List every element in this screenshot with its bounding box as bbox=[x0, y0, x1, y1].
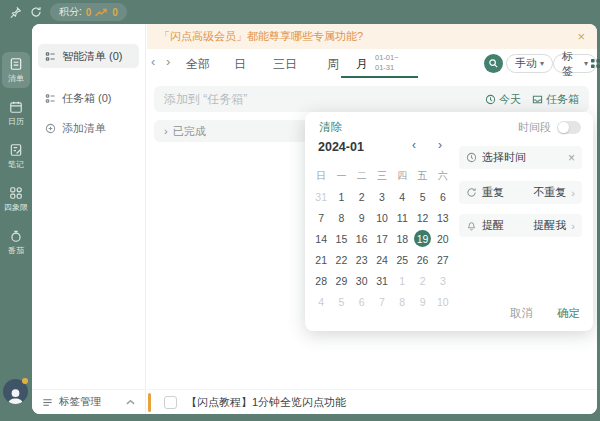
tag-manage-row[interactable]: 标签管理 bbox=[32, 389, 145, 414]
calendar-day[interactable]: 14 bbox=[311, 228, 331, 249]
calendar-day[interactable]: 31 bbox=[311, 186, 331, 207]
rail-item-list[interactable]: 清单 bbox=[2, 52, 30, 88]
priority-bar bbox=[148, 393, 151, 412]
weekday-label: 六 bbox=[433, 169, 453, 183]
calendar-day[interactable]: 25 bbox=[392, 249, 412, 270]
calendar-day[interactable]: 3 bbox=[372, 186, 392, 207]
tab-date-range: 01-01~ 01-31 bbox=[375, 53, 399, 73]
view-tabbar: ‹ › 全部 日 三日 周 月 01-01~ 01-31 手动 ▾ 标签 ▾ bbox=[147, 49, 597, 78]
calendar-day[interactable]: 10 bbox=[372, 207, 392, 228]
calendar-icon bbox=[9, 100, 23, 114]
search-button[interactable] bbox=[484, 54, 503, 73]
chevron-up-icon[interactable] bbox=[126, 399, 135, 406]
calendar-day[interactable]: 6 bbox=[352, 291, 372, 312]
calendar-day[interactable]: 4 bbox=[392, 186, 412, 207]
tab-three-day[interactable]: 三日 bbox=[273, 56, 297, 73]
repeat-row[interactable]: 重复 不重复 › bbox=[459, 181, 582, 204]
sidebar-item-task-box[interactable]: 任务箱 (0) bbox=[38, 86, 139, 110]
set-today-button[interactable]: 今天 bbox=[485, 92, 521, 107]
calendar-day[interactable]: 13 bbox=[433, 207, 453, 228]
rail-item-calendar[interactable]: 日历 bbox=[2, 95, 30, 131]
list-sidebar: 智能清单 (0) 任务箱 (0) 添加清单 标签管理 bbox=[32, 24, 146, 414]
next-month-icon[interactable]: › bbox=[438, 138, 442, 152]
time-range-toggle[interactable] bbox=[557, 121, 581, 134]
rail-item-notes[interactable]: 笔记 bbox=[2, 138, 30, 174]
calendar-day[interactable]: 29 bbox=[331, 270, 351, 291]
layout-grid-icon[interactable] bbox=[591, 59, 600, 68]
tab-day[interactable]: 日 bbox=[234, 56, 246, 73]
calendar-day[interactable]: 3 bbox=[433, 270, 453, 291]
completed-section-toggle[interactable]: › 已完成 0 bbox=[154, 120, 327, 142]
calendar-day[interactable]: 28 bbox=[311, 270, 331, 291]
next-period-icon[interactable]: › bbox=[166, 54, 170, 70]
calendar-day[interactable]: 20 bbox=[433, 228, 453, 249]
calendar-day[interactable]: 10 bbox=[433, 291, 453, 312]
calendar-day-selected[interactable]: 19 bbox=[412, 228, 432, 249]
rail-item-quadrant[interactable]: 四象限 bbox=[2, 181, 30, 217]
sort-manual-button[interactable]: 手动 ▾ bbox=[506, 54, 553, 73]
weekday-label: 四 bbox=[392, 169, 412, 183]
list-icon bbox=[9, 57, 23, 71]
tab-all[interactable]: 全部 bbox=[186, 56, 210, 73]
prev-period-icon[interactable]: ‹ bbox=[151, 54, 155, 70]
select-list-button[interactable]: 任务箱 bbox=[532, 92, 579, 107]
smart-list-icon bbox=[45, 51, 56, 62]
calendar-day[interactable]: 2 bbox=[412, 270, 432, 291]
task-checkbox[interactable] bbox=[164, 396, 177, 409]
select-time-label: 选择时间 bbox=[482, 150, 526, 165]
rail-item-label: 日历 bbox=[8, 116, 24, 127]
calendar-day[interactable]: 15 bbox=[331, 228, 351, 249]
clear-button[interactable]: 清除 bbox=[319, 120, 342, 135]
calendar-day[interactable]: 7 bbox=[372, 291, 392, 312]
pin-icon[interactable] bbox=[9, 6, 22, 19]
add-task-input[interactable]: 添加到 “任务箱” 今天 任务箱 bbox=[154, 86, 589, 112]
calendar-day[interactable]: 27 bbox=[433, 249, 453, 270]
chevron-right-icon: › bbox=[571, 220, 575, 232]
nav-rail: 清单 日历 笔记 四象限 番茄 bbox=[0, 24, 32, 421]
calendar-day[interactable]: 9 bbox=[412, 291, 432, 312]
calendar-day[interactable]: 12 bbox=[412, 207, 432, 228]
select-time-row[interactable]: 选择时间 × bbox=[459, 146, 582, 169]
refresh-icon[interactable] bbox=[30, 6, 42, 18]
calendar-day[interactable]: 4 bbox=[311, 291, 331, 312]
cancel-button[interactable]: 取消 bbox=[510, 306, 533, 321]
calendar-day[interactable]: 23 bbox=[352, 249, 372, 270]
calendar-day[interactable]: 26 bbox=[412, 249, 432, 270]
calendar-day[interactable]: 18 bbox=[392, 228, 412, 249]
bell-icon bbox=[466, 220, 477, 231]
calendar-day[interactable]: 17 bbox=[372, 228, 392, 249]
points-badge[interactable]: 积分: 0 0 bbox=[50, 3, 127, 21]
calendar-day[interactable]: 22 bbox=[331, 249, 351, 270]
calendar-day[interactable]: 5 bbox=[412, 186, 432, 207]
tab-month[interactable]: 月 bbox=[356, 56, 368, 73]
calendar-day[interactable]: 11 bbox=[392, 207, 412, 228]
chevron-right-icon: › bbox=[164, 125, 168, 137]
calendar-day[interactable]: 2 bbox=[352, 186, 372, 207]
calendar-day[interactable]: 1 bbox=[392, 270, 412, 291]
calendar-day[interactable]: 31 bbox=[372, 270, 392, 291]
tutorial-task-row[interactable]: 【闪点教程】1分钟全览闪点功能 bbox=[147, 389, 597, 414]
trend-value: 0 bbox=[112, 7, 118, 18]
calendar-day[interactable]: 9 bbox=[352, 207, 372, 228]
calendar-day[interactable]: 6 bbox=[433, 186, 453, 207]
clear-time-icon[interactable]: × bbox=[568, 152, 575, 164]
calendar-day[interactable]: 24 bbox=[372, 249, 392, 270]
remind-row[interactable]: 提醒 提醒我 › bbox=[459, 214, 582, 237]
sidebar-item-add-list[interactable]: 添加清单 bbox=[38, 116, 139, 140]
calendar-day[interactable]: 8 bbox=[392, 291, 412, 312]
banner-close-icon[interactable]: × bbox=[577, 30, 585, 43]
calendar-day[interactable]: 16 bbox=[352, 228, 372, 249]
promo-banner[interactable]: 「闪点高级会员」都能尊享哪些专属功能? × bbox=[147, 24, 597, 49]
rail-item-pomodoro[interactable]: 番茄 bbox=[2, 224, 30, 260]
active-tab-underline bbox=[341, 76, 418, 78]
calendar-day[interactable]: 1 bbox=[331, 186, 351, 207]
calendar-day[interactable]: 7 bbox=[311, 207, 331, 228]
prev-month-icon[interactable]: ‹ bbox=[412, 138, 416, 152]
tab-week[interactable]: 周 bbox=[327, 56, 339, 73]
calendar-day[interactable]: 30 bbox=[352, 270, 372, 291]
calendar-day[interactable]: 21 bbox=[311, 249, 331, 270]
sidebar-item-smart-list[interactable]: 智能清单 (0) bbox=[38, 44, 139, 68]
calendar-day[interactable]: 5 bbox=[331, 291, 351, 312]
calendar-day[interactable]: 8 bbox=[331, 207, 351, 228]
confirm-button[interactable]: 确定 bbox=[557, 306, 580, 321]
